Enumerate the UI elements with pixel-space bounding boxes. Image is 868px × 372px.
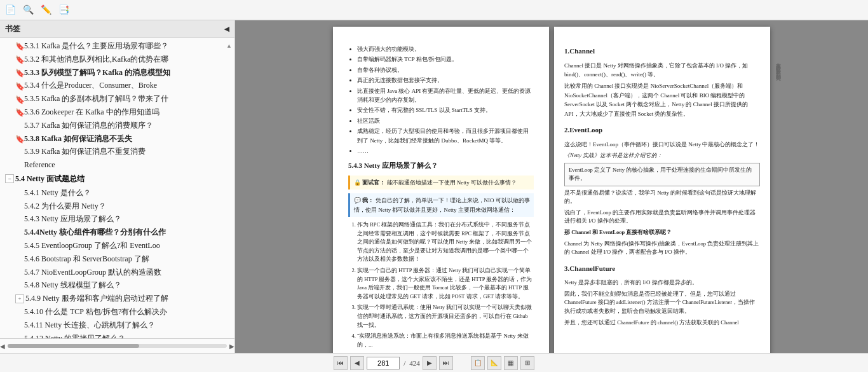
- first-page-btn[interactable]: ⏮: [334, 356, 348, 370]
- toc-label-5411: 5.4.11 Netty 长连接、心跳机制了解么？: [15, 320, 232, 331]
- copy-tool-btn[interactable]: 📋: [471, 356, 485, 370]
- toc-label-549: 5.4.9 Netty 服务端和客户端的启动过程了解: [25, 293, 232, 304]
- section-eventloop: 2.EventLoop 这么说吧！EventLoop（事件循环）接口可以说是 N…: [564, 125, 760, 257]
- expand-icon-54[interactable]: −: [5, 174, 14, 183]
- toolbar-bookmark-icon[interactable]: 📑: [56, 3, 71, 18]
- left-panel-header: 书签 ◀: [0, 20, 234, 38]
- section-channelfuture: 3.ChannelFuture Netty 是异步非阻塞的，所有的 I/O 操作…: [564, 263, 760, 327]
- question-label-1: 🔒 面试官：: [354, 179, 385, 186]
- scroll-right-btn[interactable]: ▶: [229, 340, 234, 352]
- page-separator: /: [402, 359, 407, 367]
- toc-label-535: 5.3.5 Kafka 的多副本机制了解吗？带来了什: [24, 93, 232, 104]
- eventloop-body: 这么说吧！EventLoop（事件循环）接口可以说是 Netty 中最核心的概念…: [564, 140, 760, 149]
- toc-item-532[interactable]: 🔖 5.3.2 和其他消息队列相比,Kafka的优势在哪: [0, 53, 234, 66]
- eventloop-quote-text: EventLoop 定义了 Netty 的核心抽象，用于处理连接的生命期间中所发…: [569, 167, 752, 182]
- toolbar-search-icon[interactable]: 🔍: [20, 3, 36, 18]
- page-content-left: 强大而强大的功能模块。 自带编解码器解决 TCP 粘包/拆包问题。 自带各种协议…: [348, 45, 534, 353]
- bottom-toolbar: ⏮ ◀ / 424 ▶ ⏭ 📋 📐 ▦ ⊞: [0, 353, 868, 372]
- left-panel-bottom-bar: ◀ ▶: [0, 338, 234, 353]
- total-pages: 424: [409, 359, 420, 367]
- toc-label-54: 5.4 Netty 面试题总结: [15, 174, 232, 184]
- channelfuture-title: 3.ChannelFuture: [564, 263, 760, 275]
- last-page-btn[interactable]: ⏭: [439, 356, 453, 370]
- toc-item-54[interactable]: − 5.4 Netty 面试题总结: [0, 172, 234, 186]
- bullet-4: 真正的无连接数据包套接字支持。: [357, 76, 534, 85]
- page-right: 1.Channel Channel 接口是 Netty 对网络操作抽象类，它除了…: [554, 27, 770, 353]
- channel-title: 1.Channel: [564, 46, 760, 57]
- eventloop-title: 2.EventLoop: [564, 125, 760, 136]
- toc-item-531[interactable]: 🔖 5.3.1 Kafka 是什么？主要应用场景有哪些？ ▲: [0, 39, 234, 53]
- toc-label-538: 5.3.8 Kafka 如何保证消息不丢失: [24, 134, 232, 144]
- toc-item-5411[interactable]: 5.4.11 Netty 长连接、心跳机制了解么？: [0, 319, 234, 332]
- toc-label-539: 5.3.9 Kafka 如何保证消息不重复消费: [15, 146, 232, 157]
- toc-item-5410[interactable]: 5.4.10 什么是 TCP 粘包/拆包?有什么解决办: [0, 305, 234, 319]
- toc-item-549[interactable]: + 5.4.9 Netty 服务端和客户端的启动过程了解: [0, 292, 234, 305]
- toc-item-539[interactable]: 5.3.9 Kafka 如何保证消息不重复消费: [0, 145, 234, 158]
- toc-container[interactable]: 🔖 5.3.1 Kafka 是什么？主要应用场景有哪些？ ▲ 🔖 5.3.2 和…: [0, 38, 234, 338]
- expand-icon-549[interactable]: +: [15, 294, 24, 303]
- toc-item-537[interactable]: 5.3.7 Kafka 如何保证消息的消费顺序？: [0, 119, 234, 132]
- view-mode-btn-1[interactable]: ▦: [504, 356, 518, 370]
- toc-label-542: 5.4.2 为什么要用 Netty？: [15, 201, 232, 212]
- bookmark-icon-534: 🔖: [15, 81, 22, 90]
- channel-body: Channel 接口是 Netty 对网络操作抽象类，它除了包含基本的 I/O …: [564, 61, 760, 79]
- bullet-1: 强大而强大的功能模块。: [357, 45, 534, 53]
- toc-label-548: 5.4.8 Netty 线程模型了解么？: [15, 280, 232, 291]
- bullet-9: ……: [357, 146, 534, 155]
- question-block-1: 🔒 面试官： 能不能通俗地描述一下使用 Netty 可以做什么事情？: [348, 176, 534, 189]
- bullet-6: 安全性不错，有完整的 SSL/TLS 以及 StartTLS 支持。: [357, 106, 534, 114]
- toc-item-545[interactable]: 5.4.5 EventloopGroup 了解么?和 EventLoo: [0, 239, 234, 252]
- toc-item-547[interactable]: 5.4.7 NioEventLoopGroup 默认的构造函数: [0, 266, 234, 279]
- toc-item-538[interactable]: 🔖 5.3.8 Kafka 如何保证消息不丢失: [0, 132, 234, 146]
- bullet-3: 自带各种协议栈。: [357, 65, 534, 74]
- toc-item-542[interactable]: 5.4.2 为什么要用 Netty？: [0, 200, 234, 213]
- channelfuture-body: Netty 是异步非阻塞的，所有的 I/O 操作都是异步的。: [564, 278, 760, 287]
- toc-item-536[interactable]: 🔖 5.3.6 Zookeeper 在 Kafka 中的作用知道吗: [0, 106, 234, 119]
- scroll-left-btn[interactable]: ◀: [0, 340, 5, 352]
- toc-label-545: 5.4.5 EventloopGroup 了解么?和 EventLoo: [15, 240, 232, 251]
- toolbar-new-icon[interactable]: 📄: [3, 3, 18, 18]
- eventloop-quote: EventLoop 定义了 Netty 的核心抽象，用于处理连接的生命期间中所发…: [564, 163, 760, 186]
- content-area: 强大而强大的功能模块。 自带编解码器解决 TCP 粘包/拆包问题。 自带各种协议…: [235, 20, 868, 353]
- toc-item-544[interactable]: 5.4.4Netty 核心组件有哪些？分别有什么作: [0, 226, 234, 239]
- bullet-8: 成熟稳定，经历了大型项目的使用和考验，而且很多开源项目都使用到了 Netty，比…: [357, 127, 534, 145]
- toc-item-546[interactable]: 5.4.6 Bootstrap 和 ServerBootstrap 了解: [0, 252, 234, 266]
- toc-label-543: 5.4.3 Netty 应用场景了解么？: [15, 214, 232, 224]
- answer-text-1: 凭自己的了解，简单说一下！理论上来说，NIO 可以以做的事情，使用 Netty …: [354, 197, 530, 212]
- toc-item-533[interactable]: 🔖 5.3.3 队列模型了解吗？Kafka 的消息模型知: [0, 66, 234, 79]
- toolbar-edit-icon[interactable]: ✏️: [38, 3, 53, 18]
- eventloop-answer: Channel 为 Netty 网络操作(操作写操作)抽象类，EventLoop…: [564, 240, 760, 257]
- list-item-1: 作为 RPC 框架的网络通信工具：我们在分布式系统中，不同服务节点之间经常需要相…: [357, 221, 534, 264]
- prev-page-btn[interactable]: ◀: [350, 356, 364, 370]
- toc-item-reference[interactable]: Reference: [0, 158, 234, 172]
- toc-label-536: 5.3.6 Zookeeper 在 Kafka 中的作用知道吗: [24, 107, 232, 118]
- toc-label-5412: 5.4.12 Netty 的零拷贝了解么？: [15, 333, 232, 338]
- toc-label-547: 5.4.7 NioEventLoopGroup 默认的构造函数: [15, 267, 232, 278]
- bookmark-icon-531: 🔖: [15, 41, 22, 50]
- section-channel: 1.Channel Channel 接口是 Netty 对网络操作抽象类，它除了…: [564, 46, 760, 118]
- side-vertical-text: 北京奥体出版社 版权所有 翻印必究: [773, 59, 782, 72]
- toc-item-5412[interactable]: 5.4.12 Netty 的零拷贝了解么？: [0, 332, 234, 338]
- top-toolbar: 📄 🔍 ✏️ 📑: [0, 0, 868, 20]
- view-mode-btn-2[interactable]: ⊞: [520, 356, 534, 370]
- toc-item-535[interactable]: 🔖 5.3.5 Kafka 的多副本机制了解吗？带来了什: [0, 92, 234, 106]
- measure-tool-btn[interactable]: 📐: [487, 356, 501, 370]
- main-area: 书签 ◀ 🔖 5.3.1 Kafka 是什么？主要应用场景有哪些？ ▲ 🔖 5.…: [0, 20, 868, 353]
- channelfuture-detail: 因此，我们不能立刻得知消息是否已经被处理了。但是，您可以通过 ChannelFu…: [564, 290, 760, 316]
- bullet-2: 自带编解码器解决 TCP 粘包/拆包问题。: [357, 55, 534, 64]
- channelfuture-footer: 并且，您还可以通过 ChannelFuture 的 channel() 方法获取…: [564, 319, 760, 327]
- bullet-7: 社区活跃: [357, 116, 534, 125]
- toc-item-548[interactable]: 5.4.8 Netty 线程模型了解么？: [0, 279, 234, 292]
- bookmarks-label: 书签: [5, 24, 20, 34]
- toc-label-531: 5.3.1 Kafka 是什么？主要应用场景有哪些？: [24, 41, 226, 52]
- toc-label-5410: 5.4.10 什么是 TCP 粘包/拆包?有什么解决办: [15, 307, 232, 317]
- next-page-btn[interactable]: ▶: [423, 356, 437, 370]
- page-number-input[interactable]: [367, 357, 400, 369]
- collapse-panel-icon[interactable]: ◀: [224, 25, 229, 32]
- bullet-5: 比直接使用 Java 核心 API 有更高的吞吐量、更低的延迟、更低的资源消耗和…: [357, 86, 534, 105]
- scroll-up-icon[interactable]: ▲: [226, 42, 232, 50]
- toc-item-541[interactable]: 5.4.1 Netty 是什么？: [0, 186, 234, 200]
- toc-item-543[interactable]: 5.4.3 Netty 应用场景了解么？: [0, 212, 234, 226]
- bookmark-icon-538: 🔖: [15, 134, 22, 143]
- toc-item-534[interactable]: 🔖 5.3.4 什么是Producer、Consumer、Broke: [0, 79, 234, 92]
